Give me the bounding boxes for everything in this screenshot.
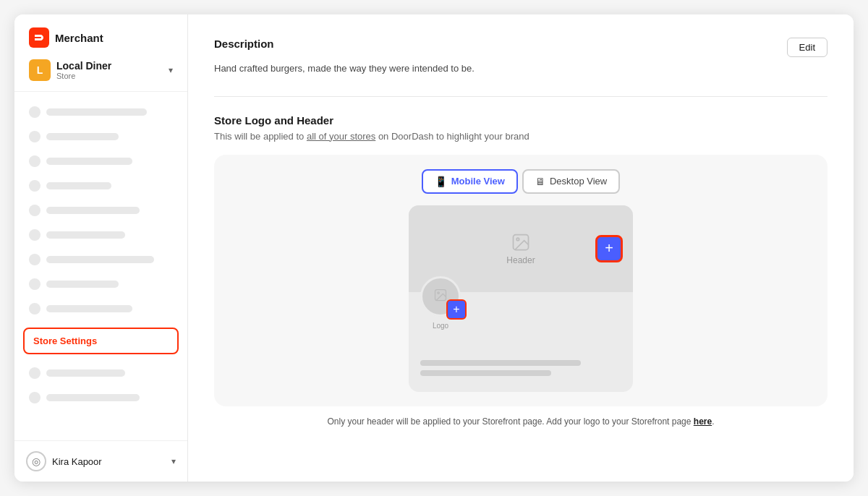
skeleton-bar bbox=[46, 158, 132, 165]
skeleton-icon bbox=[29, 205, 41, 216]
footer-note-link[interactable]: here bbox=[694, 416, 712, 427]
image-placeholder-icon bbox=[511, 232, 531, 252]
footer-note-end: . bbox=[712, 416, 714, 427]
brand-logo: Merchant bbox=[29, 27, 173, 48]
sidebar: Merchant L Local Diner Store ▾ bbox=[14, 14, 188, 482]
description-title: Description bbox=[214, 38, 274, 50]
skeleton-bar bbox=[46, 207, 140, 214]
chevron-down-icon: ▾ bbox=[171, 456, 176, 466]
skeleton-bar bbox=[46, 256, 154, 263]
skeleton-icon bbox=[29, 367, 41, 379]
footer-note: Only your header will be applied to your… bbox=[214, 416, 827, 427]
preview-content bbox=[409, 338, 633, 392]
content-skeleton bbox=[420, 370, 551, 376]
header-add-button[interactable]: + bbox=[595, 235, 623, 262]
main-content: Description Edit Hand crafted burgers, m… bbox=[188, 14, 854, 482]
skeleton-bar bbox=[46, 394, 140, 401]
skeleton-icon bbox=[29, 180, 41, 192]
header-label: Header bbox=[506, 255, 535, 265]
description-edit-button[interactable]: Edit bbox=[787, 38, 827, 57]
skeleton-icon bbox=[29, 392, 41, 403]
logo-area: + Logo bbox=[420, 276, 461, 317]
sidebar-footer[interactable]: ◎ Kira Kapoor ▾ bbox=[14, 440, 187, 482]
skeleton-icon bbox=[29, 229, 41, 241]
svg-point-4 bbox=[438, 291, 440, 294]
logo-label: Logo bbox=[433, 322, 448, 330]
view-toggle: 📱 Mobile View 🖥 Desktop View bbox=[229, 169, 813, 194]
subtitle-link: all of your stores bbox=[307, 131, 375, 142]
image-small-icon bbox=[433, 288, 448, 302]
section-divider bbox=[214, 96, 827, 97]
sidebar-nav: Store Settings bbox=[14, 92, 187, 440]
subtitle-end: on DoorDash to highlight your brand bbox=[375, 131, 529, 142]
skeleton-bar bbox=[46, 133, 119, 140]
logo-placeholder-icon bbox=[433, 288, 448, 305]
skeleton-bar bbox=[46, 281, 119, 288]
skeleton-bar bbox=[46, 305, 132, 312]
skeleton-icon bbox=[29, 278, 41, 290]
sidebar-item-store-settings[interactable]: Store Settings bbox=[23, 328, 179, 354]
footer-note-start: Only your header will be applied to your… bbox=[327, 416, 693, 427]
description-section: Description Edit Hand crafted burgers, m… bbox=[214, 38, 827, 76]
store-selector[interactable]: L Local Diner Store ▾ bbox=[29, 59, 173, 81]
subtitle-start: This will be applied to bbox=[214, 131, 307, 142]
skeleton-bar bbox=[46, 182, 111, 189]
store-logo-title: Store Logo and Header bbox=[214, 114, 333, 127]
header-placeholder: Header bbox=[506, 232, 535, 265]
skeleton-icon bbox=[29, 155, 41, 167]
sidebar-item-label: Store Settings bbox=[33, 335, 97, 346]
mobile-view-label: Mobile View bbox=[451, 176, 505, 187]
skeleton-icon bbox=[29, 303, 41, 315]
skeleton-icon bbox=[29, 254, 41, 265]
chevron-down-icon: ▾ bbox=[169, 65, 173, 75]
user-avatar: ◎ bbox=[26, 451, 46, 471]
brand-name: Merchant bbox=[55, 32, 103, 44]
content-skeleton bbox=[420, 360, 581, 366]
desktop-icon: 🖥 bbox=[535, 176, 545, 187]
store-logo-header: Store Logo and Header bbox=[214, 114, 827, 127]
description-text: Hand crafted burgers, made the way they … bbox=[214, 61, 827, 76]
svg-rect-0 bbox=[29, 27, 49, 48]
skeleton-bar bbox=[46, 108, 147, 116]
store-name: Local Diner bbox=[56, 60, 163, 72]
store-avatar: L bbox=[29, 59, 51, 81]
logo-add-button[interactable]: + bbox=[446, 299, 467, 320]
preview-card-wrapper: 📱 Mobile View 🖥 Desktop View bbox=[214, 155, 827, 406]
mobile-icon: 📱 bbox=[435, 176, 447, 187]
skeleton-icon bbox=[29, 106, 41, 118]
preview-card: Header + bbox=[409, 205, 633, 392]
skeleton-icon bbox=[29, 131, 41, 142]
description-section-header: Description Edit bbox=[214, 38, 827, 57]
mobile-view-button[interactable]: 📱 Mobile View bbox=[422, 169, 518, 194]
store-type: Store bbox=[56, 72, 163, 80]
doordash-logo-icon bbox=[29, 27, 49, 48]
svg-point-2 bbox=[516, 238, 519, 241]
user-name: Kira Kapoor bbox=[52, 456, 102, 467]
user-icon: ◎ bbox=[32, 456, 41, 467]
store-logo-section: Store Logo and Header This will be appli… bbox=[214, 114, 827, 427]
desktop-view-label: Desktop View bbox=[550, 176, 607, 187]
skeleton-bar bbox=[46, 369, 125, 377]
footer-user: ◎ Kira Kapoor bbox=[26, 451, 102, 471]
nav-skeleton: Store Settings bbox=[23, 103, 179, 406]
skeleton-bar bbox=[46, 231, 125, 239]
desktop-view-button[interactable]: 🖥 Desktop View bbox=[522, 169, 620, 194]
store-info: Local Diner Store bbox=[56, 60, 163, 80]
sidebar-header: Merchant L Local Diner Store ▾ bbox=[14, 14, 187, 92]
store-logo-subtitle: This will be applied to all of your stor… bbox=[214, 131, 827, 142]
